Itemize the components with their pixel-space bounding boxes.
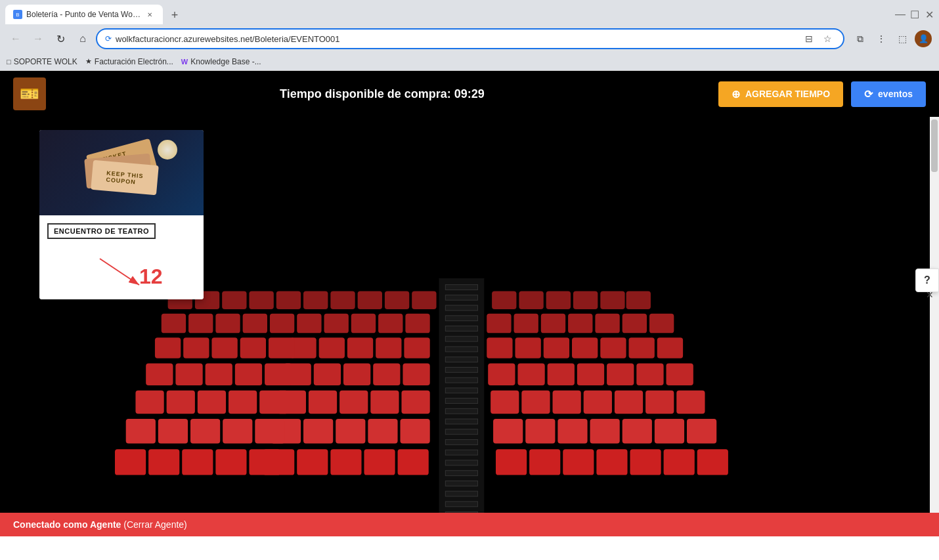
svg-rect-99 — [573, 291, 598, 309]
svg-rect-52 — [183, 337, 209, 358]
svg-rect-115 — [657, 337, 683, 358]
svg-rect-10 — [445, 367, 477, 372]
svg-rect-9 — [445, 357, 477, 362]
bookmark-star-icon[interactable]: ☆ — [819, 31, 835, 47]
bookmark-soporte-label: SOPORTE WOLK — [14, 57, 77, 66]
svg-rect-93 — [182, 449, 213, 475]
scrollbar[interactable] — [930, 117, 939, 536]
extensions-icon[interactable]: ⧉ — [851, 30, 869, 48]
svg-rect-59 — [373, 364, 400, 385]
logo-image: 🎫 — [13, 77, 46, 110]
svg-rect-90 — [398, 449, 429, 475]
reload-button[interactable]: ↻ — [51, 30, 70, 48]
tab-bar: B Boletería - Punto de Venta Wol... ✕ + — [5, 5, 184, 24]
timer-value: 09:29 — [454, 87, 485, 101]
bookmark-knowledge[interactable]: W Knowledge Base -... — [181, 57, 261, 66]
svg-rect-102 — [487, 314, 511, 333]
svg-rect-37 — [324, 314, 349, 333]
svg-rect-74 — [229, 391, 257, 414]
svg-rect-121 — [636, 364, 663, 385]
svg-rect-3 — [445, 295, 477, 300]
svg-rect-67 — [309, 391, 337, 414]
agregar-tiempo-button[interactable]: ⊕ AGREGAR TIEMPO — [718, 81, 843, 107]
bookmark-soporte[interactable]: □ SOPORTE WOLK — [7, 57, 77, 66]
svg-rect-53 — [211, 337, 237, 358]
svg-rect-6 — [445, 326, 477, 332]
svg-rect-87 — [297, 449, 328, 475]
tab-title: Boletería - Punto de Venta Wol... — [26, 10, 141, 19]
svg-rect-80 — [401, 419, 430, 443]
svg-rect-133 — [590, 419, 620, 443]
svg-rect-71 — [135, 391, 164, 414]
active-tab[interactable]: B Boletería - Punto de Venta Wol... ✕ — [5, 5, 163, 24]
svg-rect-134 — [622, 419, 652, 443]
close-window-button[interactable]: ✕ — [925, 10, 934, 19]
svg-rect-89 — [364, 449, 395, 475]
forward-button[interactable]: → — [29, 30, 47, 48]
svg-rect-11 — [445, 377, 477, 383]
back-button[interactable]: ← — [7, 30, 25, 48]
svg-rect-47 — [319, 337, 345, 358]
maximize-button[interactable]: ☐ — [910, 10, 919, 19]
app-header: 🎫 Tiempo disponible de compra: 09:29 ⊕ A… — [0, 71, 939, 117]
minimize-button[interactable]: — — [896, 10, 905, 19]
svg-rect-82 — [158, 419, 188, 443]
svg-rect-135 — [655, 419, 684, 443]
help-button[interactable]: ? — [915, 269, 939, 292]
address-input[interactable] — [116, 34, 797, 44]
svg-rect-15 — [445, 419, 477, 424]
bookmark-facturacion-label: Facturación Electrón... — [95, 57, 173, 66]
svg-rect-65 — [265, 364, 292, 385]
translate-icon[interactable]: ⊟ — [801, 31, 817, 47]
svg-rect-23 — [445, 502, 477, 507]
svg-rect-22 — [445, 491, 477, 496]
svg-rect-137 — [496, 449, 527, 475]
cerrar-agente-link[interactable]: (Cerrar Agente) — [123, 519, 186, 530]
svg-rect-13 — [445, 398, 477, 404]
event-card-image: TICKETKEEP THISCOUPON TICKET KEEP THISCO… — [39, 130, 204, 215]
svg-rect-104 — [541, 314, 565, 333]
agregar-tiempo-icon: ⊕ — [732, 88, 740, 100]
address-bar: ⟳ ⊟ ☆ — [96, 28, 844, 49]
svg-rect-18 — [445, 450, 477, 455]
eventos-icon: ⟳ — [864, 88, 873, 100]
event-card[interactable]: TICKETKEEP THISCOUPON TICKET KEEP THISCO… — [39, 130, 204, 299]
svg-rect-116 — [488, 364, 515, 385]
svg-rect-119 — [577, 364, 604, 385]
svg-rect-130 — [493, 419, 523, 443]
page-content: 🎫 Tiempo disponible de compra: 09:29 ⊕ A… — [0, 71, 939, 560]
ticket-pile: TICKETKEEP THISCOUPON TICKET KEEP THISCO… — [82, 146, 161, 199]
browser-menu-icon[interactable]: ⋮ — [872, 30, 890, 48]
svg-text:12: 12 — [139, 265, 163, 288]
svg-rect-20 — [445, 471, 477, 476]
svg-rect-143 — [697, 449, 728, 475]
nav-right-icons: ⧉ ⋮ ⬚ 👤 — [851, 30, 932, 48]
timer-label: Tiempo disponible de compra: — [280, 87, 451, 101]
profile-icon[interactable]: 👤 — [914, 30, 932, 48]
svg-rect-60 — [403, 364, 429, 385]
soporte-icon: □ — [7, 58, 11, 66]
svg-rect-75 — [259, 391, 288, 414]
svg-rect-28 — [358, 291, 382, 309]
eventos-label: eventos — [878, 89, 913, 99]
svg-rect-131 — [525, 419, 555, 443]
svg-rect-85 — [255, 419, 284, 443]
svg-rect-38 — [351, 314, 376, 333]
svg-rect-106 — [595, 314, 619, 333]
cast-icon[interactable]: ⬚ — [893, 30, 911, 48]
status-bar: Conectado como Agente (Cerrar Agente) — [0, 513, 939, 536]
bookmark-knowledge-label: Knowledge Base -... — [190, 57, 261, 66]
secure-icon: ⟳ — [105, 34, 112, 43]
header-logo: 🎫 — [13, 77, 46, 110]
scrollbar-thumb[interactable] — [931, 119, 938, 172]
bookmark-facturacion[interactable]: ★ Facturación Electrón... — [85, 57, 173, 66]
eventos-button[interactable]: ⟳ eventos — [851, 81, 926, 107]
tab-close-btn[interactable]: ✕ — [144, 9, 155, 20]
home-button[interactable]: ⌂ — [74, 30, 92, 48]
close-help-button[interactable]: ✕ — [926, 290, 934, 300]
svg-rect-29 — [385, 291, 409, 309]
svg-rect-107 — [622, 314, 647, 333]
svg-rect-35 — [276, 291, 301, 309]
header-actions: ⊕ AGREGAR TIEMPO ⟳ eventos — [718, 81, 926, 107]
new-tab-button[interactable]: + — [165, 6, 184, 24]
